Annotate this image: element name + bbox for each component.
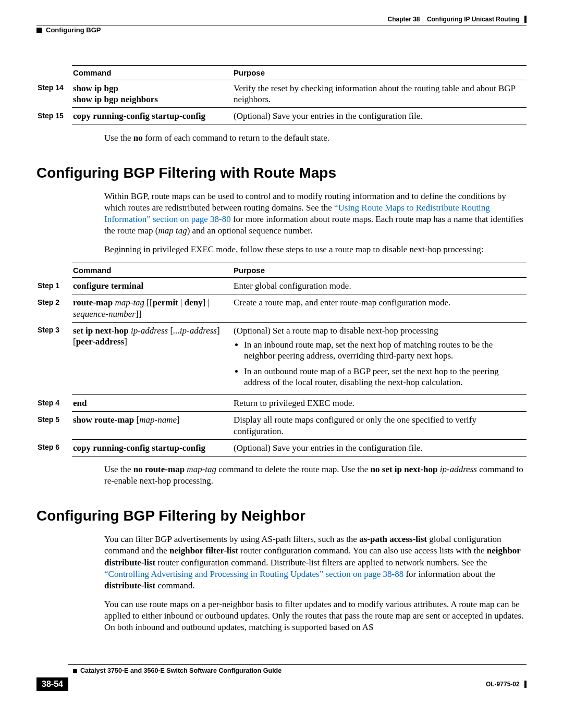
header-bar-icon — [524, 16, 527, 23]
col-purpose: Purpose — [232, 65, 527, 80]
purpose-cell: Verify the reset by checking information… — [232, 80, 527, 108]
table-row: Step 4 end Return to privileged EXEC mod… — [36, 395, 527, 412]
guide-title: Catalyst 3750-E and 3560-E Switch Softwa… — [80, 667, 282, 674]
running-header-left: Configuring BGP — [36, 26, 527, 34]
purpose-cell: (Optional) Save your entries in the conf… — [232, 439, 527, 456]
table-row: Step 5 show route-map [map-name] Display… — [36, 412, 527, 440]
step-label: Step 6 — [36, 439, 72, 456]
command-cell: end — [72, 395, 232, 412]
purpose-cell: Create a route map, and enter route-map … — [232, 294, 527, 323]
step-label: Step 15 — [36, 108, 72, 125]
command-cell: show route-map [map-name] — [72, 412, 232, 440]
body-paragraph: Use the no form of each command to retur… — [104, 132, 527, 144]
body-paragraph: You can filter BGP advertisements by usi… — [104, 534, 527, 633]
body-paragraph: Use the no route-map map-tag command to … — [104, 464, 527, 487]
footer-bar-icon — [524, 681, 527, 688]
table-row: Step 14 show ip bgp show ip bgp neighbor… — [36, 80, 527, 108]
step-label: Step 14 — [36, 80, 72, 108]
body-paragraph: Within BGP, route maps can be used to co… — [104, 191, 527, 255]
page-footer: Catalyst 3750-E and 3560-E Switch Softwa… — [36, 664, 527, 691]
doc-id: OL-9775-02 — [486, 681, 520, 688]
col-command: Command — [72, 65, 232, 80]
command-cell: copy running-config startup-config — [72, 108, 232, 125]
purpose-cell: Return to privileged EXEC mode. — [232, 395, 527, 412]
page-number-badge: 38-54 — [36, 677, 68, 691]
command-cell: configure terminal — [72, 278, 232, 294]
square-bullet-icon — [36, 28, 42, 33]
purpose-cell: Enter global configuration mode. — [232, 278, 527, 294]
step-label: Step 5 — [36, 412, 72, 440]
command-cell: show ip bgp show ip bgp neighbors — [72, 80, 232, 108]
heading-route-maps: Configuring BGP Filtering with Route Map… — [36, 165, 527, 181]
purpose-cell: (Optional) Set a route map to disable ne… — [232, 322, 527, 394]
step-label: Step 1 — [36, 278, 72, 294]
square-bullet-icon — [73, 669, 77, 673]
table-row: Step 1 configure terminal Enter global c… — [36, 278, 527, 294]
command-cell: copy running-config startup-config — [72, 439, 232, 456]
list-item: In an outbound route map of a BGP peer, … — [244, 366, 523, 388]
xref-link[interactable]: “Controlling Advertising and Processing … — [104, 569, 403, 579]
heading-neighbor: Configuring BGP Filtering by Neighbor — [36, 508, 527, 524]
table-row: Step 15 copy running-config startup-conf… — [36, 108, 527, 125]
command-cell: route-map map-tag [[permit | deny] | seq… — [72, 294, 232, 323]
chapter-title: Configuring IP Unicast Routing — [427, 16, 520, 23]
section-name: Configuring BGP — [46, 26, 101, 34]
purpose-cell: (Optional) Save your entries in the conf… — [232, 108, 527, 125]
table-row: Step 2 route-map map-tag [[permit | deny… — [36, 294, 527, 323]
command-table-2: Command Purpose Step 1 configure termina… — [36, 263, 527, 456]
col-command: Command — [72, 263, 232, 278]
running-header-right: Chapter 38 Configuring IP Unicast Routin… — [36, 16, 527, 23]
col-purpose: Purpose — [232, 263, 527, 278]
table-row: Step 6 copy running-config startup-confi… — [36, 439, 527, 456]
list-item: In an inbound route map, set the next ho… — [244, 339, 523, 362]
chapter-label: Chapter 38 — [388, 16, 420, 23]
purpose-cell: Display all route maps configured or onl… — [232, 412, 527, 440]
table-row: Step 3 set ip next-hop ip-address [...ip… — [36, 322, 527, 394]
step-label: Step 2 — [36, 294, 72, 323]
command-cell: set ip next-hop ip-address [...ip-addres… — [72, 322, 232, 394]
step-label: Step 4 — [36, 395, 72, 412]
step-label: Step 3 — [36, 322, 72, 394]
command-table-1: Command Purpose Step 14 show ip bgp show… — [36, 65, 527, 125]
page: Chapter 38 Configuring IP Unicast Routin… — [0, 0, 563, 707]
